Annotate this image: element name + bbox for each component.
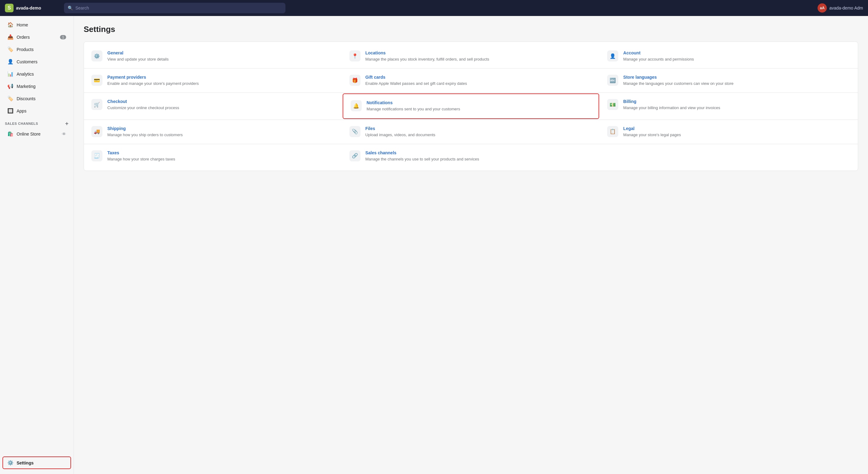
shipping-content: Shipping Manage how you ship orders to c…: [107, 126, 335, 138]
settings-icon: ⚙️: [7, 460, 13, 466]
notifications-content: Notifications Manage notifications sent …: [367, 100, 591, 112]
account-content: Account Manage your accounts and permiss…: [623, 50, 850, 62]
general-content: General View and update your store detai…: [107, 50, 335, 62]
brand-logo[interactable]: S avada-demo: [5, 4, 60, 12]
home-label: Home: [17, 23, 28, 27]
general-desc: View and update your store details: [107, 57, 335, 62]
account-icon: 👤: [607, 50, 618, 62]
page-title: Settings: [84, 25, 858, 34]
legal-icon: 📋: [607, 126, 618, 137]
shipping-desc: Manage how you ship orders to customers: [107, 132, 335, 138]
sidebar-item-apps[interactable]: 🔲 Apps: [2, 105, 71, 117]
settings-item-general[interactable]: ⚙️ General View and update your store de…: [84, 44, 342, 68]
apps-icon: 🔲: [7, 108, 13, 114]
products-label: Products: [17, 47, 33, 52]
settings-item-locations[interactable]: 📍 Locations Manage the places you stock …: [342, 44, 600, 68]
account-desc: Manage your accounts and permissions: [623, 57, 850, 62]
checkout-icon: 🛒: [91, 99, 102, 110]
orders-badge: 1: [60, 35, 66, 39]
products-icon: 🏷️: [7, 46, 13, 52]
sidebar-item-home[interactable]: 🏠 Home: [2, 19, 71, 31]
checkout-content: Checkout Customize your online checkout …: [107, 99, 335, 111]
settings-item-gift-cards[interactable]: 🎁 Gift cards Enable Apple Wallet passes …: [342, 69, 600, 93]
settings-item-account[interactable]: 👤 Account Manage your accounts and permi…: [600, 44, 858, 68]
legal-content: Legal Manage your store's legal pages: [623, 126, 850, 138]
locations-icon: 📍: [349, 50, 361, 62]
taxes-content: Taxes Manage how your store charges taxe…: [107, 150, 335, 162]
gift-cards-content: Gift cards Enable Apple Wallet passes an…: [365, 75, 593, 87]
shipping-title: Shipping: [107, 126, 335, 131]
gift-cards-icon: 🎁: [349, 75, 361, 86]
avatar[interactable]: aA: [817, 3, 827, 12]
search-bar[interactable]: 🔍: [64, 3, 285, 13]
sales-channels-desc: Manage the channels you use to sell your…: [365, 157, 593, 162]
legal-desc: Manage your store's legal pages: [623, 132, 850, 138]
customers-label: Customers: [17, 59, 37, 64]
sidebar-item-orders[interactable]: 📥 Orders 1: [2, 31, 71, 43]
billing-desc: Manage your billing information and view…: [623, 105, 850, 111]
online-store-label: Online Store: [17, 132, 40, 136]
gift-cards-desc: Enable Apple Wallet passes and set gift …: [365, 81, 593, 87]
sidebar-item-marketing[interactable]: 📢 Marketing: [2, 80, 71, 92]
home-icon: 🏠: [7, 22, 13, 28]
online-store-icon: 🛍️: [7, 131, 13, 137]
locations-desc: Manage the places you stock inventory, f…: [365, 57, 593, 62]
settings-item-shipping[interactable]: 🚚 Shipping Manage how you ship orders to…: [84, 120, 342, 144]
brand-name: avada-demo: [16, 5, 41, 10]
locations-title: Locations: [365, 50, 593, 55]
orders-icon: 📥: [7, 34, 13, 40]
shopify-icon: S: [5, 4, 13, 12]
files-title: Files: [365, 126, 593, 131]
sidebar: 🏠 Home 📥 Orders 1 🏷️ Products 👤 Customer…: [0, 16, 74, 474]
discounts-icon: 🏷️: [7, 96, 13, 101]
payment-providers-content: Payment providers Enable and manage your…: [107, 75, 335, 87]
taxes-title: Taxes: [107, 150, 335, 155]
add-sales-channel-button[interactable]: +: [65, 121, 69, 126]
sidebar-item-products[interactable]: 🏷️ Products: [2, 43, 71, 55]
checkout-title: Checkout: [107, 99, 335, 104]
sidebar-item-customers[interactable]: 👤 Customers: [2, 56, 71, 68]
taxes-desc: Manage how your store charges taxes: [107, 157, 335, 162]
settings-item-billing[interactable]: 💵 Billing Manage your billing informatio…: [600, 93, 858, 119]
gift-cards-title: Gift cards: [365, 75, 593, 79]
settings-item-checkout[interactable]: 🛒 Checkout Customize your online checkou…: [84, 93, 342, 119]
billing-content: Billing Manage your billing information …: [623, 99, 850, 111]
search-input[interactable]: [75, 5, 282, 10]
settings-label: Settings: [17, 461, 33, 465]
sidebar-item-discounts[interactable]: 🏷️ Discounts: [2, 93, 71, 104]
settings-item-legal[interactable]: 📋 Legal Manage your store's legal pages: [600, 120, 858, 144]
billing-icon: 💵: [607, 99, 618, 110]
locations-content: Locations Manage the places you stock in…: [365, 50, 593, 62]
apps-label: Apps: [17, 108, 27, 113]
marketing-icon: 📢: [7, 83, 13, 89]
taxes-icon: 🧾: [91, 150, 102, 161]
notifications-icon: 🔔: [351, 100, 362, 111]
analytics-label: Analytics: [17, 72, 34, 76]
online-store-view-icon[interactable]: 👁: [62, 132, 66, 136]
payment-providers-icon: 💳: [91, 75, 102, 86]
settings-card: ⚙️ General View and update your store de…: [84, 41, 858, 171]
store-languages-content: Store languages Manage the languages you…: [623, 75, 850, 87]
settings-item-taxes[interactable]: 🧾 Taxes Manage how your store charges ta…: [84, 144, 342, 168]
top-navigation: S avada-demo 🔍 aA avada-demo Adm: [0, 0, 868, 16]
sidebar-item-analytics[interactable]: 📊 Analytics: [2, 68, 71, 80]
billing-title: Billing: [623, 99, 850, 104]
store-languages-icon: 🔤: [607, 75, 618, 86]
sidebar-nav: 🏠 Home 📥 Orders 1 🏷️ Products 👤 Customer…: [0, 16, 73, 453]
analytics-icon: 📊: [7, 71, 13, 77]
settings-item-payment-providers[interactable]: 💳 Payment providers Enable and manage yo…: [84, 69, 342, 93]
checkout-desc: Customize your online checkout process: [107, 105, 335, 111]
sales-channels-icon: 🔗: [349, 150, 361, 161]
settings-item-files[interactable]: 📎 Files Upload images, videos, and docum…: [342, 120, 600, 144]
topnav-right: aA avada-demo Adm: [817, 3, 863, 12]
sidebar-item-online-store[interactable]: 🛍️ Online Store 👁: [2, 128, 71, 140]
files-content: Files Upload images, videos, and documen…: [365, 126, 593, 138]
settings-item-sales-channels[interactable]: 🔗 Sales channels Manage the channels you…: [342, 144, 600, 168]
account-title: Account: [623, 50, 850, 55]
sidebar-item-settings[interactable]: ⚙️ Settings: [2, 456, 71, 469]
payment-providers-desc: Enable and manage your store's payment p…: [107, 81, 335, 87]
settings-item-store-languages[interactable]: 🔤 Store languages Manage the languages y…: [600, 69, 858, 93]
general-title: General: [107, 50, 335, 55]
discounts-label: Discounts: [17, 96, 35, 101]
settings-item-notifications[interactable]: 🔔 Notifications Manage notifications sen…: [343, 94, 599, 118]
